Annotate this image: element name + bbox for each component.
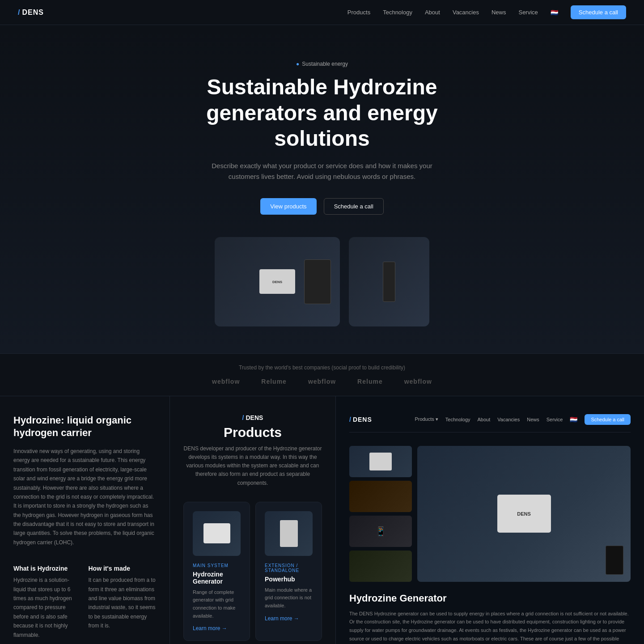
products-logo-slash: /	[242, 414, 244, 421]
hero-view-products-button[interactable]: View products	[260, 198, 316, 215]
products-logo: / DENS	[183, 414, 322, 421]
gen-thumb-4[interactable]	[349, 551, 412, 582]
product-card-2: Extension / Standalone Powerhub Main mod…	[255, 502, 322, 641]
products-title: Products	[183, 425, 322, 440]
product-card-tag-2: Extension / Standalone	[265, 563, 313, 573]
what-is-heading: What is Hydrozine	[13, 565, 81, 572]
hero-tag: ● Sustainable energy	[18, 61, 626, 67]
article-left-intro: Innovative new ways of generating, using…	[13, 447, 156, 547]
product-card-img-1	[193, 511, 241, 556]
main-nav: / DENS Products Technology About Vacanci…	[0, 0, 644, 25]
right-logo-slash: /	[349, 416, 352, 423]
trusted-logo-5: webflow	[404, 378, 432, 385]
generator-title: Hydrozine Generator	[349, 593, 631, 604]
hero-subtitle: Describe exactly what your product or se…	[206, 161, 438, 182]
trusted-logo-3: webflow	[308, 378, 336, 385]
how-made-text: It can be produced from a to form it thr…	[89, 576, 157, 630]
right-logo-text: DENS	[353, 416, 372, 423]
nav-link-service[interactable]: Service	[518, 9, 538, 16]
nav-cta-button[interactable]: Schedule a call	[571, 5, 626, 19]
right-nav-service[interactable]: Service	[547, 417, 563, 422]
hero-product-image-main	[215, 237, 340, 326]
right-nav-news[interactable]: News	[527, 417, 539, 422]
logo[interactable]: / DENS	[18, 8, 44, 17]
trusted-logo-4: Relume	[357, 378, 383, 385]
nav-links: Products Technology About Vacancies News…	[347, 5, 626, 19]
right-nav-links: Products ▾ Technology About Vacancies Ne…	[415, 414, 631, 425]
hero-product-images	[18, 237, 626, 326]
product-card-desc-2: Main module where a grid connection is n…	[265, 586, 313, 610]
product-box-main	[259, 269, 295, 294]
product-card-1: Main system Hydrozine Generator Range of…	[183, 502, 250, 641]
what-how-grid: What is Hydrozine Hydrozine is a solutio…	[13, 556, 156, 644]
trusted-label: Trusted by the world's best companies (s…	[18, 364, 626, 371]
product-tower-2	[383, 262, 395, 302]
logo-slash: /	[18, 8, 20, 17]
what-is-hydrozine: What is Hydrozine Hydrozine is a solutio…	[13, 556, 81, 644]
product-card-name-2: Powerhub	[265, 576, 313, 583]
product-card-name-1: Hydrozine Generator	[193, 571, 241, 585]
generator-thumbnails: 📱	[349, 446, 412, 582]
right-nav-cta[interactable]: Schedule a call	[585, 414, 631, 425]
products-header: / DENS Products DENS developer and produ…	[183, 414, 322, 487]
nav-link-about[interactable]: About	[425, 9, 440, 16]
trusted-logo-2: Relume	[261, 378, 287, 385]
trusted-section: Trusted by the world's best companies (s…	[0, 353, 644, 396]
gen-thumb-icon-3: 📱	[375, 526, 386, 537]
products-logo-text: DENS	[246, 414, 263, 421]
hero-schedule-button[interactable]: Schedule a call	[324, 198, 384, 215]
product-learn-more-2[interactable]: Learn more →	[265, 615, 313, 622]
nav-link-news[interactable]: News	[491, 9, 506, 16]
hero-product-image-secondary	[349, 237, 429, 326]
right-nav-about[interactable]: About	[478, 417, 491, 422]
right-nav-tech[interactable]: Technology	[445, 417, 470, 422]
what-is-text: Hydrozine is a solution-liquid that stor…	[13, 576, 81, 640]
product-card-desc-1: Range of complete generator with grid co…	[193, 589, 241, 620]
col-right-content: / DENS Products ▾ Technology About Vacan…	[335, 396, 644, 644]
gen-thumb-2[interactable]	[349, 481, 412, 512]
product-img-box-2	[280, 520, 298, 547]
hero-buttons: View products Schedule a call	[18, 198, 626, 215]
col-left-content: Hydrozine: liquid organic hydrogen carri…	[0, 396, 170, 644]
hero-section: ● Sustainable energy Sustainable Hydrozi…	[0, 25, 644, 353]
logo-text: DENS	[22, 8, 43, 17]
nav-link-products[interactable]: Products	[347, 9, 370, 16]
main-content-layout: Hydrozine: liquid organic hydrogen carri…	[0, 396, 644, 644]
generator-image-layout: 📱 DENS	[349, 446, 631, 582]
product-card-img-2	[265, 511, 313, 556]
product-tower	[304, 259, 331, 304]
how-its-made: How it's made It can be produced from a …	[89, 556, 157, 644]
right-nav-vacancies[interactable]: Vacancies	[497, 417, 520, 422]
gen-thumb-img-1	[369, 453, 392, 470]
products-subtitle: DENS developer and producer of the Hydro…	[183, 445, 322, 487]
right-nav: / DENS Products ▾ Technology About Vacan…	[349, 414, 631, 432]
col-center-content: / DENS Products DENS developer and produ…	[170, 396, 335, 644]
trusted-logo-1: webflow	[212, 378, 240, 385]
language-flag[interactable]: 🇳🇱	[551, 9, 558, 16]
products-grid: Main system Hydrozine Generator Range of…	[183, 502, 322, 644]
product-learn-more-1[interactable]: Learn more →	[193, 625, 241, 631]
generator-box-main: DENS	[497, 495, 551, 533]
hero-title: Sustainable Hydrozine generators and ene…	[165, 74, 479, 152]
right-nav-flag[interactable]: 🇳🇱	[570, 416, 577, 423]
article-left-heading: Hydrozine: liquid organic hydrogen carri…	[13, 414, 156, 440]
generator-main-image: DENS	[417, 446, 631, 582]
generator-tower-main	[606, 546, 623, 575]
product-card-tag-1: Main system	[193, 563, 241, 568]
right-logo: / DENS	[349, 416, 372, 423]
nav-link-technology[interactable]: Technology	[383, 9, 412, 16]
gen-thumb-1[interactable]	[349, 446, 412, 477]
how-made-heading: How it's made	[89, 565, 157, 572]
nav-link-vacancies[interactable]: Vacancies	[453, 9, 479, 16]
generator-description: The DENS Hydrozine generator can be used…	[349, 610, 631, 644]
right-nav-products[interactable]: Products ▾	[415, 416, 438, 422]
gen-thumb-3[interactable]: 📱	[349, 516, 412, 547]
trusted-logos: webflow Relume webflow Relume webflow	[18, 378, 626, 385]
product-img-box-1	[203, 523, 230, 543]
